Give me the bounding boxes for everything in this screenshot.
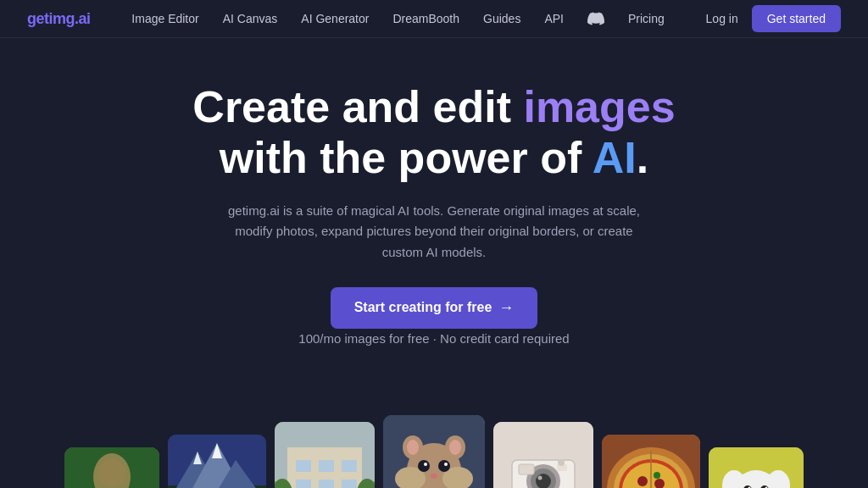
hero-headline: Create and edit images with the power of… [17,82,851,184]
svg-rect-53 [519,464,534,474]
nav-guides[interactable]: Guides [483,12,520,25]
hero-sub-text: 100/mo images for free · No credit card … [222,329,646,350]
svg-point-66 [654,472,660,479]
svg-point-38 [431,474,437,479]
gallery-strip: IMAGE BLENDING STOCK IMAGES [0,409,868,488]
nav-links: Image Editor AI Canvas AI Generator Drea… [131,10,664,27]
gallery-card-mountain[interactable]: STOCK IMAGES [168,435,266,488]
svg-point-49 [536,474,551,488]
gallery-card-dog[interactable]: ALERASED [709,447,804,488]
arrow-icon: → [498,299,514,317]
svg-rect-19 [319,460,334,472]
login-button[interactable]: Log in [706,12,738,25]
svg-point-34 [418,460,430,472]
svg-point-36 [424,463,427,466]
svg-point-61 [637,476,648,486]
nav-image-editor[interactable]: Image Editor [131,12,198,25]
nav-right: Log in Get started [706,5,841,32]
nav-dreambooth[interactable]: DreamBooth [392,12,459,25]
nav-pricing[interactable]: Pricing [628,12,665,25]
svg-point-52 [558,459,565,466]
cta-button[interactable]: Start creating for free → [331,287,538,329]
svg-rect-21 [296,480,311,488]
nav-api[interactable]: API [544,12,564,25]
gallery-card-architecture[interactable]: ARCHITECTURE [275,422,375,488]
nav-ai-canvas[interactable]: AI Canvas [223,12,278,25]
svg-point-37 [444,463,448,466]
headline-text2: with the power of [220,133,593,182]
svg-point-50 [538,475,542,480]
svg-point-42 [449,440,461,455]
hero-section: Create and edit images with the power of… [0,38,868,399]
hero-description: getimg.ai is a suite of magical AI tools… [222,201,646,263]
svg-point-35 [438,460,450,472]
logo-ai: ai [79,10,91,27]
svg-rect-22 [319,480,334,488]
cta-label: Start creating for free [354,300,492,315]
headline-images: images [523,82,675,131]
headline-period: . [637,133,648,182]
gallery-card-pizza[interactable]: BLOG IMAGES [602,435,700,488]
discord-icon[interactable] [587,10,604,27]
gallery-card-camera[interactable]: BG REPLACEMENT [493,422,593,488]
logo-text: getimg.ai [27,10,91,27]
svg-rect-4 [64,447,159,488]
svg-rect-20 [342,460,357,472]
nav-ai-generator[interactable]: AI Generator [301,12,369,25]
headline-ai: AI [593,133,637,182]
navbar: getimg.ai Image Editor AI Canvas AI Gene… [0,0,868,38]
svg-point-41 [407,440,419,455]
gallery-card-man[interactable]: IMAGE BLENDING [64,447,159,488]
svg-rect-18 [296,460,311,472]
svg-rect-23 [342,480,357,488]
get-started-button[interactable]: Get started [752,5,841,32]
logo[interactable]: getimg.ai [27,10,91,28]
gallery-card-hamster[interactable]: PHOTOREALISM [383,415,485,488]
headline-text1: Create and edit [192,82,523,131]
